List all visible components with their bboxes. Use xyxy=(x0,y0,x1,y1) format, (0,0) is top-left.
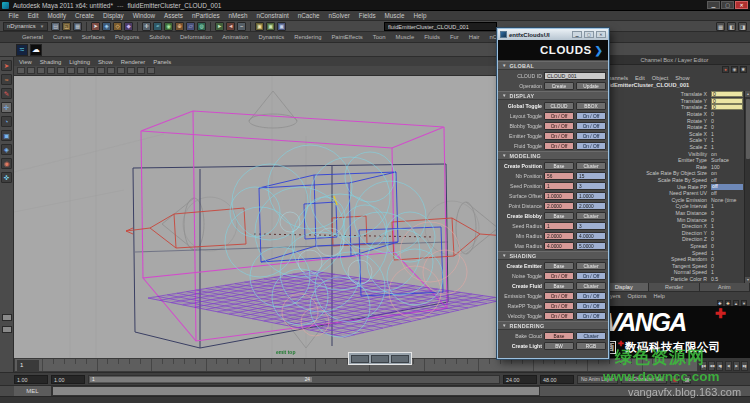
channel-row[interactable]: Scale X1 xyxy=(599,131,744,138)
cloud-id-input[interactable]: CLOUD_001 xyxy=(544,72,606,80)
channel-row[interactable]: Speed1 xyxy=(599,249,744,256)
select-mask-icon[interactable]: ◆ xyxy=(124,22,133,31)
shelf-tab-deformation[interactable]: Deformation xyxy=(176,33,216,42)
paint-select-tool-icon[interactable]: ✎ xyxy=(1,88,12,99)
maximize-button[interactable]: ▢ xyxy=(721,1,734,9)
channel-box-menu-object[interactable]: Object xyxy=(652,75,668,81)
scroll-up-icon[interactable]: ▲ xyxy=(745,91,750,97)
snap-grid-icon[interactable]: ✛ xyxy=(142,22,151,31)
base-value-field[interactable]: 1 xyxy=(544,182,574,190)
column-header-bbox[interactable]: BBOX xyxy=(576,102,606,110)
menu-modify[interactable]: Modify xyxy=(43,12,71,19)
viewport-toolbar-icon[interactable] xyxy=(87,67,95,74)
cluster-toggle-button[interactable]: On / Off xyxy=(576,112,606,120)
channel-row[interactable]: Min Distance0 xyxy=(599,216,744,223)
shelf-tab-hair[interactable]: Hair xyxy=(465,33,484,42)
channel-speed-icon[interactable]: ◉ xyxy=(731,66,738,73)
mini-toolbar-segment[interactable] xyxy=(351,355,369,363)
update-button[interactable]: Update xyxy=(576,82,606,90)
scale-tool-icon[interactable]: ▣ xyxy=(1,130,12,141)
viewport-toolbar-icon[interactable] xyxy=(67,67,75,74)
shelf-tab-curves[interactable]: Curves xyxy=(49,33,76,42)
soft-modification-tool-icon[interactable]: ◉ xyxy=(1,158,12,169)
viewport-menu-view[interactable]: View xyxy=(19,59,32,65)
shelf-tab-subdivs[interactable]: Subdivs xyxy=(145,33,174,42)
window-titlebar[interactable]: Autodesk Maya 2011 x64: untitled* --- fl… xyxy=(0,0,750,11)
select-hierarchy-icon[interactable]: ➤ xyxy=(91,22,100,31)
universal-manipulator-icon[interactable]: ◈ xyxy=(1,144,12,155)
channel-value[interactable]: off xyxy=(711,184,743,190)
animation-preferences-button[interactable] xyxy=(682,375,691,384)
base-toggle-button[interactable]: On / Off xyxy=(544,302,574,310)
close-button[interactable]: ✕ xyxy=(735,1,748,9)
menu-display[interactable]: Display xyxy=(98,12,128,19)
viewport-toolbar-icon[interactable] xyxy=(147,67,155,74)
snap-center-icon[interactable]: ⊕ xyxy=(175,22,184,31)
mini-toolbar-segment[interactable] xyxy=(391,355,409,363)
channel-row[interactable]: Cycle EmissionNone (time xyxy=(599,197,744,204)
command-line-mode-button[interactable]: MEL xyxy=(14,386,52,396)
auto-keyframe-toggle[interactable] xyxy=(670,375,679,384)
rotate-tool-icon[interactable]: ◔ xyxy=(1,116,12,127)
channel-box-menu-show[interactable]: Show xyxy=(675,75,689,81)
cloud-shelf-icon[interactable]: ☁ xyxy=(30,44,42,56)
viewport-toolbar-icon[interactable] xyxy=(47,67,55,74)
shelf-tab-dynamics[interactable]: Dynamics xyxy=(254,33,288,42)
move-tool-icon[interactable]: ✛ xyxy=(1,102,12,113)
cluster-toggle-button[interactable]: On / Off xyxy=(576,302,606,310)
clouds-close-button[interactable]: ✕ xyxy=(596,31,606,38)
shelf-tab-animation[interactable]: Animation xyxy=(218,33,252,42)
channel-row[interactable]: Scale Y1 xyxy=(599,137,744,144)
layer-menu-options[interactable]: Options xyxy=(628,293,647,299)
base-value-field[interactable]: 2.0000 xyxy=(544,232,574,240)
menu-assets[interactable]: Assets xyxy=(160,12,188,19)
viewport-toolbar-icon[interactable] xyxy=(117,67,125,74)
save-scene-icon[interactable]: ▦ xyxy=(73,22,82,31)
step-back-icon[interactable]: ◀▮ xyxy=(716,361,723,371)
column-header-cluster[interactable]: Cluster xyxy=(576,162,606,170)
channel-row[interactable]: Translate Z0 xyxy=(599,104,744,111)
column-header-base[interactable]: Base xyxy=(544,212,574,220)
cluster-value-field[interactable]: 3 xyxy=(576,222,606,230)
sidebar-toggle-icon[interactable]: ◨ xyxy=(738,22,747,31)
base-value-field[interactable]: 1.0000 xyxy=(544,192,574,200)
floating-mini-toolbar[interactable] xyxy=(348,352,412,365)
menu-nconstraint[interactable]: nConstraint xyxy=(252,12,293,19)
menu-fields[interactable]: Fields xyxy=(354,12,380,19)
base-toggle-button[interactable]: On / Off xyxy=(544,312,574,320)
animation-start-field[interactable]: 1.00 xyxy=(14,375,48,384)
channel-row[interactable]: Translate X0 xyxy=(599,91,744,98)
viewport-menu-lighting[interactable]: Lighting xyxy=(69,59,90,65)
make-live-icon[interactable]: ◍ xyxy=(197,22,206,31)
quick-layout-button[interactable] xyxy=(2,326,12,333)
channel-row[interactable]: Tangent Speed0 xyxy=(599,262,744,269)
channel-row[interactable]: Rotate Z0 xyxy=(599,124,744,131)
go-to-start-icon[interactable]: ▮◀ xyxy=(700,361,707,371)
column-header-cluster[interactable]: Cluster xyxy=(576,212,606,220)
viewport-menu-panels[interactable]: Panels xyxy=(153,59,171,65)
channel-row[interactable]: Rotate Y0 xyxy=(599,117,744,124)
clouds-maximize-button[interactable]: ▢ xyxy=(584,31,594,38)
quick-layout-button[interactable] xyxy=(2,314,12,321)
select-tool-icon[interactable]: ➤ xyxy=(1,60,12,71)
menu-ncache[interactable]: nCache xyxy=(293,12,324,19)
column-header-base[interactable]: Base xyxy=(544,282,574,290)
cluster-toggle-button[interactable]: Cluster xyxy=(576,332,606,340)
construction-history-icon[interactable]: ~ xyxy=(237,22,246,31)
channel-box-scrollbar[interactable]: ▲ ▼ xyxy=(744,91,750,283)
viewport-toolbar-icon[interactable] xyxy=(127,67,135,74)
shelf-tab-general[interactable]: General xyxy=(18,33,47,42)
shelf-tab-fur[interactable]: Fur xyxy=(446,33,463,42)
viewport-toolbar-icon[interactable] xyxy=(57,67,65,74)
viewport-toolbar-icon[interactable] xyxy=(27,67,35,74)
channel-row[interactable]: Visibilityon xyxy=(599,150,744,157)
select-component-icon[interactable]: ◇ xyxy=(113,22,122,31)
cluster-value-field[interactable]: 5.0000 xyxy=(576,242,606,250)
lasso-tool-icon[interactable]: ≈ xyxy=(1,74,12,85)
new-scene-icon[interactable]: ▤ xyxy=(51,22,60,31)
open-scene-icon[interactable]: ◱ xyxy=(62,22,71,31)
channel-row[interactable]: Direction Y0 xyxy=(599,229,744,236)
base-toggle-button[interactable]: On / Off xyxy=(544,122,574,130)
render-frame-icon[interactable]: ▣ xyxy=(255,22,264,31)
input-connections-icon[interactable]: ► xyxy=(215,22,224,31)
